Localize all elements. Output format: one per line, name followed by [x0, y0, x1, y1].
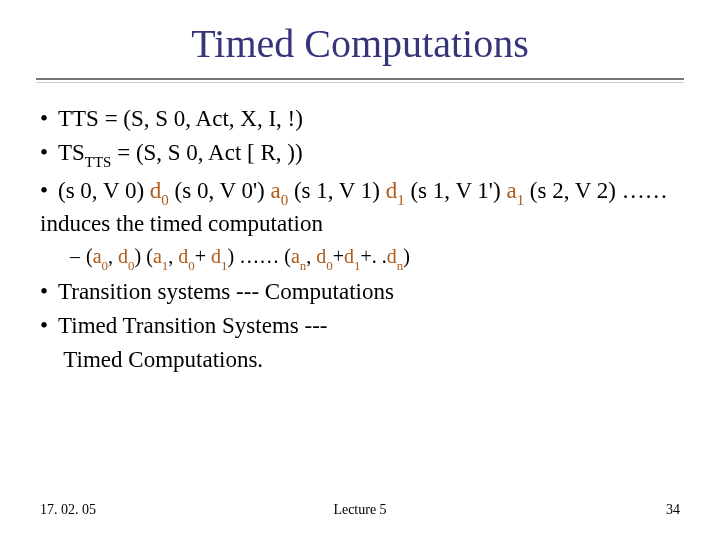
action-a: a [270, 178, 280, 203]
title-underline [36, 78, 684, 80]
delta-icon: d [118, 245, 128, 267]
bullet-1-text: TTS = (S, S 0, Act, X, I, !) [58, 106, 303, 131]
delta-sub: 0 [161, 192, 168, 208]
bullet-marker: • [40, 311, 58, 341]
b3b: (s 0, V 0') [169, 178, 271, 203]
title-underline-shadow [36, 82, 684, 83]
delta-icon: d [150, 178, 162, 203]
bullet-5b: Timed Computations. [40, 345, 680, 375]
action-a: a [291, 245, 300, 267]
action-a: a [506, 178, 516, 203]
s1i: +. . [361, 245, 387, 267]
delta-icon: d [386, 178, 398, 203]
bullet-2: •TSTTS = (S, S 0, Act [ R, )) [40, 138, 680, 171]
bullet-4: •Transition systems --- Computations [40, 277, 680, 307]
delta-sub: 1 [221, 258, 228, 273]
bullet-marker-empty [40, 345, 58, 375]
s1h: + [333, 245, 344, 267]
action-a-sub: 1 [517, 192, 524, 208]
s1a: ( [86, 245, 93, 267]
s1e: + [195, 245, 211, 267]
delta-sub: 0 [128, 258, 135, 273]
bullet-marker: • [40, 104, 58, 134]
bullet-2b: = (S, S 0, Act [ R, )) [111, 140, 302, 165]
s1g: , [306, 245, 316, 267]
slide: Timed Computations •TTS = (S, S 0, Act, … [0, 0, 720, 540]
bullet-5b-text: Timed Computations. [58, 347, 263, 372]
content-area: •TTS = (S, S 0, Act, X, I, !) •TSTTS = (… [40, 104, 680, 380]
delta-sub: 0 [188, 258, 195, 273]
action-a-sub: n [300, 258, 307, 273]
s1c: ) ( [135, 245, 153, 267]
bullet-2a: TS [58, 140, 85, 165]
delta-icon: d [316, 245, 326, 267]
footer-lecture: Lecture 5 [333, 502, 386, 518]
action-a-sub: 0 [281, 192, 288, 208]
bullet-2-sub: TTS [85, 154, 112, 170]
footer-date: 17. 02. 05 [40, 502, 96, 518]
delta-icon: d [387, 245, 397, 267]
sub-bullet-1: –(a0, d0) (a1, d0+ d1) …… (an, d0+d1+. .… [70, 243, 680, 272]
b3c: (s 1, V 1) [288, 178, 386, 203]
bullet-4-text: Transition systems --- Computations [58, 279, 394, 304]
delta-icon: d [344, 245, 354, 267]
dash-marker: – [70, 243, 86, 269]
action-a: a [153, 245, 162, 267]
bullet-5-text: Timed Transition Systems --- [58, 313, 327, 338]
bullet-3: •(s 0, V 0) d0 (s 0, V 0') a0 (s 1, V 1)… [40, 176, 680, 240]
bullet-marker: • [40, 277, 58, 307]
b3a: (s 0, V 0) [58, 178, 150, 203]
delta-sub: 1 [354, 258, 361, 273]
bullet-marker: • [40, 138, 58, 168]
delta-sub: 1 [397, 192, 404, 208]
action-a-sub: 0 [102, 258, 109, 273]
bullet-1: •TTS = (S, S 0, Act, X, I, !) [40, 104, 680, 134]
action-a: a [93, 245, 102, 267]
action-a-sub: 1 [162, 258, 169, 273]
footer-page-number: 34 [666, 502, 680, 518]
s1j: ) [403, 245, 410, 267]
b3d: (s 1, V 1') [405, 178, 507, 203]
bullet-marker: • [40, 176, 58, 206]
slide-title: Timed Computations [0, 20, 720, 67]
delta-icon: d [178, 245, 188, 267]
s1f: ) …… ( [228, 245, 291, 267]
delta-icon: d [211, 245, 221, 267]
s1d: , [168, 245, 178, 267]
s1b: , [108, 245, 118, 267]
delta-sub: n [397, 258, 404, 273]
delta-sub: 0 [326, 258, 333, 273]
bullet-5: •Timed Transition Systems --- [40, 311, 680, 341]
